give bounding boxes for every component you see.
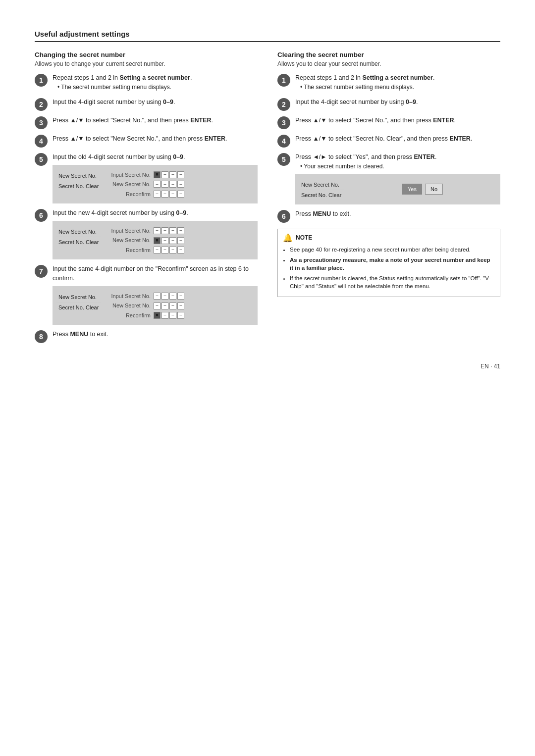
right-section-desc: Allows you to clear your secret number. [277,60,500,67]
left-screen-7: New Secret No. Secret No. Clear Input Se… [53,286,258,325]
box: – [154,181,160,188]
left-step-4: 4 Press ▲/▼ to select "New Secret No.", … [35,134,258,148]
screen6-menu-2: Secret No. Clear [56,237,101,248]
rscreen5-menu-2: Secret No. Clear [299,190,344,201]
left-step-num-3: 3 [35,116,48,129]
left-step-content-6: Input the new 4-digit secret number by u… [53,208,258,259]
left-step-content-7: Input the same 4-digit number on the "Re… [53,264,258,325]
left-step1-bullet: The secret number setting menu displays. [57,83,258,92]
box: ■ [154,171,160,178]
note-item-2: As a precautionary measure, make a note … [290,256,495,272]
left-screen-5: New Secret No. Secret No. Clear Input Se… [53,165,258,204]
left-step-num-6: 6 [35,209,48,222]
right-step-content-4: Press ▲/▼ to select "Secret No. Clear", … [295,134,500,144]
right-step1-bullet: The secret number setting menu displays. [300,83,500,92]
box: – [161,191,168,198]
right-step-2: 2 Input the 4-digit secret number by usi… [277,98,500,111]
left-step-1: 1 Repeat steps 1 and 2 in Setting a secr… [35,73,258,93]
left-step-num-4: 4 [35,135,48,148]
left-section-title: Changing the secret number [35,51,258,58]
left-step-2: 2 Input the 4-digit secret number by usi… [35,98,258,111]
left-step-content-1: Repeat steps 1 and 2 in Setting a secret… [53,73,258,93]
left-column: Changing the secret number Allows you to… [35,51,258,348]
screen6-input-3: Reconfirm – – – – [106,246,254,254]
rscreen5-menu-1: New Secret No. [299,180,344,191]
box: – [169,312,176,319]
right-step5-bullet: Your secret number is cleared. [300,162,500,171]
left-step-num-1: 1 [35,74,48,87]
box: – [169,237,176,244]
screen7-menu-2: Secret No. Clear [56,302,101,313]
right-step-num-6: 6 [277,210,290,223]
screen5-menu-1: New Secret No. [56,171,101,182]
screen5-input-3: Reconfirm – – – – [106,190,254,199]
left-section-desc: Allows you to change your current secret… [35,60,258,67]
note-section: 🔔 NOTE See page 40 for re-registering a … [277,229,500,297]
right-step-content-5: Press ◄/► to select "Yes", and then pres… [295,152,500,204]
box: – [161,247,168,253]
yn-row: Yes No [349,184,496,195]
box: – [161,312,168,319]
right-step-num-5: 5 [277,153,290,166]
right-step-content-3: Press ▲/▼ to select "Secret No.", and th… [295,116,500,125]
page-title: Useful adjustment settings [35,30,500,42]
box: ■ [154,312,160,319]
left-step-7: 7 Input the same 4-digit number on the "… [35,264,258,325]
box: – [177,191,184,198]
left-screen-6: New Secret No. Secret No. Clear Input Se… [53,221,258,260]
right-step-5: 5 Press ◄/► to select "Yes", and then pr… [277,152,500,204]
box: – [161,181,168,188]
box: – [169,227,176,234]
box: – [177,293,184,300]
right-step-content-2: Input the 4-digit secret number by using… [295,98,500,107]
box: – [169,181,176,188]
screen5-input-2: New Secret No. – – – – [106,180,254,189]
left-step-num-2: 2 [35,98,48,111]
left-step-content-5: Input the old 4-digit secret number by u… [53,152,258,203]
box: – [161,237,168,244]
right-section-title: Clearing the secret number [277,51,500,58]
box: – [161,293,168,300]
left-step-num-7: 7 [35,265,48,278]
left-step-num-5: 5 [35,153,48,166]
right-step-num-4: 4 [277,135,290,148]
box: – [169,247,176,253]
box: – [154,293,160,300]
box: – [154,227,160,234]
screen5-menu-2: Secret No. Clear [56,181,101,192]
left-step-content-8: Press MENU to exit. [53,330,258,339]
right-step-num-1: 1 [277,74,290,87]
box: – [169,171,176,178]
note-title: 🔔 NOTE [283,233,495,243]
box: – [177,302,184,309]
box: – [169,293,176,300]
no-button: No [425,184,443,195]
box: – [177,247,184,253]
note-icon: 🔔 [283,233,293,243]
box: – [154,302,160,309]
note-list: See page 40 for re-registering a new sec… [283,246,495,290]
right-step-num-2: 2 [277,98,290,111]
box: – [169,191,176,198]
left-step-content-4: Press ▲/▼ to select "New Secret No.", an… [53,134,258,144]
right-step-6: 6 Press MENU to exit. [277,209,500,223]
box: – [177,181,184,188]
right-step-num-3: 3 [277,116,290,129]
yes-button: Yes [402,184,422,195]
left-step-6: 6 Input the new 4-digit secret number by… [35,208,258,259]
right-column: Clearing the secret number Allows you to… [277,51,500,348]
screen6-input-2: New Secret No. ■ – – – [106,236,254,245]
box: – [177,237,184,244]
right-step-4: 4 Press ▲/▼ to select "Secret No. Clear"… [277,134,500,148]
box: – [177,312,184,319]
box: – [154,191,160,198]
screen6-input-1: Input Secret No. – – – – [106,227,254,235]
right-screen-5: New Secret No. Secret No. Clear Yes No [295,174,500,204]
left-step-num-8: 8 [35,330,48,343]
left-step-8: 8 Press MENU to exit. [35,330,258,343]
left-step-5: 5 Input the old 4-digit secret number by… [35,152,258,203]
box: – [161,302,168,309]
screen7-input-1: Input Secret No. – – – – [106,292,254,301]
screen7-menu-1: New Secret No. [56,292,101,303]
box: – [177,171,184,178]
